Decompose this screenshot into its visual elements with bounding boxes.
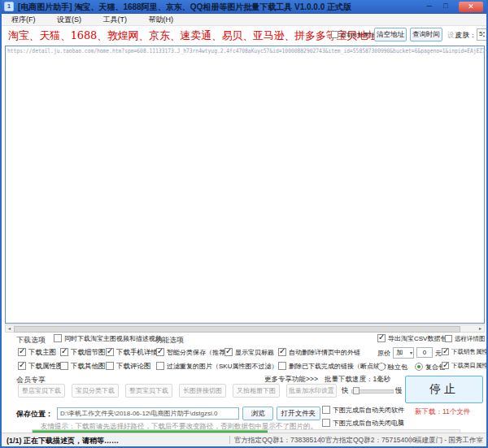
checkbox-category-attr[interactable]: 下载类目属性 bbox=[442, 362, 488, 370]
checkbox-box bbox=[106, 348, 114, 356]
slider-thumb[interactable] bbox=[353, 387, 359, 394]
checkbox-box bbox=[54, 334, 62, 342]
checkbox-box bbox=[322, 419, 330, 427]
button-watermark-settings[interactable]: 批量加水印设置 bbox=[286, 384, 337, 398]
checkbox-remote-detail[interactable]: 远程详情图 bbox=[445, 335, 486, 343]
scrollbar-thumb[interactable] bbox=[14, 326, 460, 333]
menu-settings[interactable]: 设置(S) bbox=[52, 14, 86, 25]
function-options-label: 功能选项 bbox=[155, 335, 184, 346]
qq-group-2: 官方指定QQ群2：757154006 bbox=[325, 436, 416, 446]
radio-circle bbox=[377, 363, 386, 371]
checkbox-detail-image[interactable]: 下载细节图 bbox=[60, 348, 106, 358]
chevron-down-icon: ▾ bbox=[410, 348, 412, 358]
price-op-dropdown[interactable]: 加▾ bbox=[393, 347, 414, 359]
menu-program[interactable]: 程序(F) bbox=[7, 14, 41, 25]
spin-down-icon[interactable]: ▼ bbox=[481, 34, 486, 39]
menu-help[interactable]: 帮助(H) bbox=[144, 14, 179, 25]
checkbox-smart-save[interactable]: 智能分类保存（推荐） bbox=[156, 348, 232, 357]
button-category-download[interactable]: 宝贝分类下载 bbox=[72, 384, 119, 398]
url-text: https://detail.ju.taobao.com/home.htm?sp… bbox=[7, 47, 488, 54]
checkbox-box bbox=[224, 348, 233, 356]
checkbox-box bbox=[442, 362, 449, 369]
checkbox-mobile-detail[interactable]: 下载手机详情 bbox=[106, 348, 158, 358]
button-yupoo-download[interactable]: 又拍相册下图 bbox=[233, 384, 280, 398]
statusbar-divider bbox=[410, 436, 411, 444]
open-folder-button[interactable]: 打开文件夹 bbox=[277, 407, 320, 420]
checkbox-box bbox=[322, 406, 330, 414]
download-options-label: 下载选项 bbox=[16, 335, 46, 346]
downloaded-count: 新下载：11个文件 bbox=[415, 407, 470, 417]
clear-address-button[interactable]: 清空地址 bbox=[374, 28, 407, 41]
checkbox-auto-paste[interactable]: 自动粘贴网址 bbox=[331, 31, 375, 39]
checkbox-box bbox=[106, 362, 114, 370]
statusbar-divider bbox=[229, 436, 230, 444]
button-page-download[interactable]: 整页宝贝下载 bbox=[125, 384, 172, 398]
save-location-label: 保存位置： bbox=[16, 409, 53, 420]
checkbox-box bbox=[18, 348, 26, 356]
scroll-right-icon[interactable]: ▸ bbox=[477, 325, 484, 332]
checkbox-remove-external-links[interactable]: 自动删除详情页中的外链 bbox=[278, 348, 360, 357]
button-long-image-cut[interactable]: 长图拼接切图 bbox=[179, 384, 226, 398]
url-textarea[interactable]: https://detail.ju.taobao.com/home.htm?sp… bbox=[5, 46, 485, 324]
maximize-icon[interactable]: □ bbox=[439, 0, 452, 14]
checkbox-box bbox=[278, 362, 286, 370]
radio-circle bbox=[415, 363, 423, 371]
statusbar-divider bbox=[320, 436, 321, 444]
horizontal-scrollbar[interactable]: ◂ ▸ bbox=[5, 324, 485, 333]
stop-button[interactable]: 停止 bbox=[405, 376, 483, 403]
slider-fast-label: 快 bbox=[342, 386, 349, 396]
menu-tools[interactable]: 工具(T) bbox=[98, 14, 133, 25]
app-window: 1 [电商图片助手] 淘宝、天猫、1688阿里、京东、QQ相册等图片批量下载工具… bbox=[0, 0, 488, 448]
skin-label: 皮肤： bbox=[455, 31, 477, 41]
window-title: [电商图片助手] 淘宝、天猫、1688阿里、京东、QQ相册等图片批量下载工具 V… bbox=[18, 0, 351, 14]
checkbox-comment-image[interactable]: 下载评论图 bbox=[106, 362, 151, 372]
checkbox-box bbox=[60, 362, 68, 370]
checkbox-close-pc-after[interactable]: 下图完成后自动关闭电脑 bbox=[322, 419, 404, 428]
save-path-input[interactable]: D:\李帆工作文件夹\2018-06-12\电商图片助手\dstgzsl.0 bbox=[57, 407, 239, 420]
checkbox-box bbox=[278, 348, 286, 356]
checkbox-box bbox=[18, 362, 26, 370]
checkbox-close-app-after[interactable]: 下图完成后自动关闭软件 bbox=[322, 406, 404, 415]
checkbox-show-title[interactable]: 显示宝贝标题 bbox=[224, 348, 274, 357]
browse-button[interactable]: 浏览 bbox=[242, 407, 273, 420]
checkbox-filter-duplicate[interactable]: 过滤重复的图片（SKU属性图不过滤） bbox=[156, 362, 277, 371]
status-bar: (1/1) 正在下载描述页，请稍等…… 官方指定QQ群1：738385140 官… bbox=[2, 433, 486, 446]
close-icon[interactable]: ✕ bbox=[459, 2, 483, 12]
app-icon: 1 bbox=[4, 2, 14, 11]
skin-spinner[interactable]: 5 ▲ ▼ bbox=[477, 28, 487, 41]
checkbox-download-video[interactable]: 同时下载淘宝主图视频和描述视频 bbox=[54, 334, 162, 343]
checkbox-box bbox=[442, 348, 449, 355]
checkbox-other-image[interactable]: 下载其他图 bbox=[60, 362, 106, 372]
title-bar[interactable]: 1 [电商图片助手] 淘宝、天猫、1688阿里、京东、QQ相册等图片批量下载工具… bbox=[2, 0, 486, 14]
checkbox-sale-attr[interactable]: 下载销售属性 bbox=[442, 348, 488, 356]
checkbox-box bbox=[156, 348, 164, 356]
checkbox-box bbox=[377, 334, 386, 342]
radio-composite-package[interactable]: 复合包 bbox=[415, 363, 445, 372]
minimize-icon[interactable]: ─ bbox=[423, 0, 436, 14]
slider-slow-label: 慢 bbox=[395, 386, 403, 396]
radio-standalone-package[interactable]: 独立包 bbox=[377, 363, 407, 372]
price-input[interactable]: 0 bbox=[416, 347, 433, 358]
button-shop-download[interactable]: 整店宝贝下载 bbox=[18, 384, 65, 398]
qq-group-1: 官方指定QQ群1：738385140 bbox=[234, 436, 325, 446]
checkbox-box bbox=[60, 348, 68, 356]
price-unit-label: 元 bbox=[435, 349, 442, 358]
query-time-button[interactable]: 查询时间 bbox=[410, 28, 442, 41]
status-message: (1/1) 正在下载描述页，请稍等…… bbox=[7, 436, 119, 446]
price-label: 原价 bbox=[377, 349, 390, 358]
checkbox-box bbox=[156, 362, 164, 370]
checkbox-box bbox=[331, 31, 338, 38]
studio-label: 福建厦门 - 国秀工作室 bbox=[415, 436, 483, 446]
checkbox-box bbox=[445, 335, 452, 342]
menu-bar: 程序(F) 设置(S) 工具(T) 帮助(H) bbox=[2, 14, 486, 26]
checkbox-attr-image[interactable]: 下载属性图 bbox=[18, 362, 63, 372]
scroll-left-icon[interactable]: ◂ bbox=[6, 325, 13, 332]
checkbox-remove-downloaded[interactable]: 删除已下载完成的链接（断点续传） bbox=[278, 362, 393, 371]
checkbox-export-csv[interactable]: 导出淘宝CSV数据包 bbox=[377, 334, 447, 343]
checkbox-main-image[interactable]: 下载主图 bbox=[18, 348, 56, 358]
